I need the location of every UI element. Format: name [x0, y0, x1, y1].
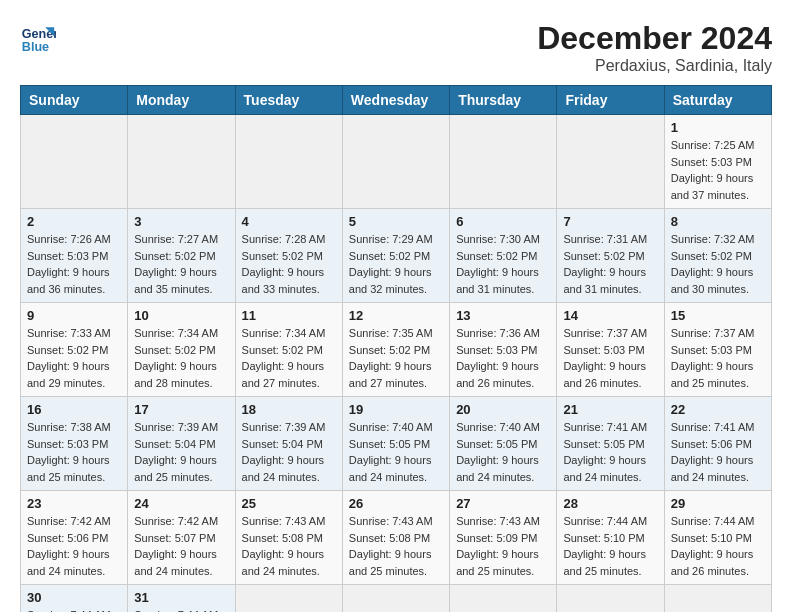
calendar-cell: 11Sunrise: 7:34 AMSunset: 5:02 PMDayligh… — [235, 303, 342, 397]
week-row-3: 9Sunrise: 7:33 AMSunset: 5:02 PMDaylight… — [21, 303, 772, 397]
day-number: 1 — [671, 120, 765, 135]
day-info: Sunrise: 7:41 AMSunset: 5:06 PMDaylight:… — [671, 419, 765, 485]
calendar-cell: 5Sunrise: 7:29 AMSunset: 5:02 PMDaylight… — [342, 209, 449, 303]
week-row-4: 16Sunrise: 7:38 AMSunset: 5:03 PMDayligh… — [21, 397, 772, 491]
calendar-cell — [450, 115, 557, 209]
day-info: Sunrise: 7:32 AMSunset: 5:02 PMDaylight:… — [671, 231, 765, 297]
calendar-cell: 27Sunrise: 7:43 AMSunset: 5:09 PMDayligh… — [450, 491, 557, 585]
day-number: 8 — [671, 214, 765, 229]
day-number: 3 — [134, 214, 228, 229]
col-header-thursday: Thursday — [450, 86, 557, 115]
day-info: Sunrise: 7:26 AMSunset: 5:03 PMDaylight:… — [27, 231, 121, 297]
calendar-cell: 19Sunrise: 7:40 AMSunset: 5:05 PMDayligh… — [342, 397, 449, 491]
day-info: Sunrise: 7:37 AMSunset: 5:03 PMDaylight:… — [563, 325, 657, 391]
day-info: Sunrise: 7:42 AMSunset: 5:07 PMDaylight:… — [134, 513, 228, 579]
title-area: December 2024 Perdaxius, Sardinia, Italy — [537, 20, 772, 75]
calendar-cell: 20Sunrise: 7:40 AMSunset: 5:05 PMDayligh… — [450, 397, 557, 491]
day-number: 18 — [242, 402, 336, 417]
calendar-cell — [342, 115, 449, 209]
day-info: Sunrise: 7:39 AMSunset: 5:04 PMDaylight:… — [134, 419, 228, 485]
col-header-tuesday: Tuesday — [235, 86, 342, 115]
day-number: 16 — [27, 402, 121, 417]
col-header-friday: Friday — [557, 86, 664, 115]
day-info: Sunrise: 7:33 AMSunset: 5:02 PMDaylight:… — [27, 325, 121, 391]
day-info: Sunrise: 7:44 AMSunset: 5:10 PMDaylight:… — [671, 513, 765, 579]
day-number: 9 — [27, 308, 121, 323]
day-number: 5 — [349, 214, 443, 229]
calendar-cell: 6Sunrise: 7:30 AMSunset: 5:02 PMDaylight… — [450, 209, 557, 303]
day-number: 14 — [563, 308, 657, 323]
day-number: 26 — [349, 496, 443, 511]
day-number: 6 — [456, 214, 550, 229]
calendar-cell — [128, 115, 235, 209]
col-header-sunday: Sunday — [21, 86, 128, 115]
calendar-table: SundayMondayTuesdayWednesdayThursdayFrid… — [20, 85, 772, 612]
day-number: 19 — [349, 402, 443, 417]
day-number: 23 — [27, 496, 121, 511]
calendar-cell: 26Sunrise: 7:43 AMSunset: 5:08 PMDayligh… — [342, 491, 449, 585]
calendar-cell: 29Sunrise: 7:44 AMSunset: 5:10 PMDayligh… — [664, 491, 771, 585]
calendar-cell: 30Sunrise: 7:44 AMSunset: 5:11 PMDayligh… — [21, 585, 128, 613]
calendar-cell — [557, 585, 664, 613]
day-number: 15 — [671, 308, 765, 323]
calendar-cell: 2Sunrise: 7:26 AMSunset: 5:03 PMDaylight… — [21, 209, 128, 303]
header: General Blue December 2024 Perdaxius, Sa… — [20, 20, 772, 75]
day-info: Sunrise: 7:41 AMSunset: 5:05 PMDaylight:… — [563, 419, 657, 485]
logo: General Blue — [20, 20, 56, 56]
day-info: Sunrise: 7:40 AMSunset: 5:05 PMDaylight:… — [349, 419, 443, 485]
calendar-cell: 13Sunrise: 7:36 AMSunset: 5:03 PMDayligh… — [450, 303, 557, 397]
day-number: 30 — [27, 590, 121, 605]
calendar-cell: 18Sunrise: 7:39 AMSunset: 5:04 PMDayligh… — [235, 397, 342, 491]
calendar-cell: 7Sunrise: 7:31 AMSunset: 5:02 PMDaylight… — [557, 209, 664, 303]
calendar-cell: 22Sunrise: 7:41 AMSunset: 5:06 PMDayligh… — [664, 397, 771, 491]
calendar-cell: 15Sunrise: 7:37 AMSunset: 5:03 PMDayligh… — [664, 303, 771, 397]
calendar-cell — [21, 115, 128, 209]
day-info: Sunrise: 7:37 AMSunset: 5:03 PMDaylight:… — [671, 325, 765, 391]
col-header-monday: Monday — [128, 86, 235, 115]
day-info: Sunrise: 7:38 AMSunset: 5:03 PMDaylight:… — [27, 419, 121, 485]
calendar-cell: 24Sunrise: 7:42 AMSunset: 5:07 PMDayligh… — [128, 491, 235, 585]
calendar-cell: 8Sunrise: 7:32 AMSunset: 5:02 PMDaylight… — [664, 209, 771, 303]
week-row-6: 30Sunrise: 7:44 AMSunset: 5:11 PMDayligh… — [21, 585, 772, 613]
day-info: Sunrise: 7:40 AMSunset: 5:05 PMDaylight:… — [456, 419, 550, 485]
day-number: 24 — [134, 496, 228, 511]
logo-icon: General Blue — [20, 20, 56, 56]
day-number: 12 — [349, 308, 443, 323]
calendar-cell: 3Sunrise: 7:27 AMSunset: 5:02 PMDaylight… — [128, 209, 235, 303]
calendar-cell — [235, 115, 342, 209]
day-number: 27 — [456, 496, 550, 511]
calendar-cell: 16Sunrise: 7:38 AMSunset: 5:03 PMDayligh… — [21, 397, 128, 491]
day-number: 10 — [134, 308, 228, 323]
calendar-cell: 31Sunrise: 7:44 AMSunset: 5:12 PMDayligh… — [128, 585, 235, 613]
calendar-cell: 17Sunrise: 7:39 AMSunset: 5:04 PMDayligh… — [128, 397, 235, 491]
calendar-cell: 21Sunrise: 7:41 AMSunset: 5:05 PMDayligh… — [557, 397, 664, 491]
col-header-wednesday: Wednesday — [342, 86, 449, 115]
day-number: 4 — [242, 214, 336, 229]
calendar-cell: 28Sunrise: 7:44 AMSunset: 5:10 PMDayligh… — [557, 491, 664, 585]
day-info: Sunrise: 7:34 AMSunset: 5:02 PMDaylight:… — [242, 325, 336, 391]
calendar-cell: 12Sunrise: 7:35 AMSunset: 5:02 PMDayligh… — [342, 303, 449, 397]
day-info: Sunrise: 7:27 AMSunset: 5:02 PMDaylight:… — [134, 231, 228, 297]
day-info: Sunrise: 7:44 AMSunset: 5:12 PMDaylight:… — [134, 607, 228, 612]
day-info: Sunrise: 7:35 AMSunset: 5:02 PMDaylight:… — [349, 325, 443, 391]
day-number: 31 — [134, 590, 228, 605]
day-number: 2 — [27, 214, 121, 229]
week-row-5: 23Sunrise: 7:42 AMSunset: 5:06 PMDayligh… — [21, 491, 772, 585]
day-info: Sunrise: 7:25 AMSunset: 5:03 PMDaylight:… — [671, 137, 765, 203]
day-info: Sunrise: 7:43 AMSunset: 5:08 PMDaylight:… — [349, 513, 443, 579]
day-number: 21 — [563, 402, 657, 417]
day-number: 7 — [563, 214, 657, 229]
calendar-cell: 25Sunrise: 7:43 AMSunset: 5:08 PMDayligh… — [235, 491, 342, 585]
calendar-cell: 14Sunrise: 7:37 AMSunset: 5:03 PMDayligh… — [557, 303, 664, 397]
day-info: Sunrise: 7:28 AMSunset: 5:02 PMDaylight:… — [242, 231, 336, 297]
calendar-cell — [342, 585, 449, 613]
month-title: December 2024 — [537, 20, 772, 57]
day-number: 11 — [242, 308, 336, 323]
day-number: 13 — [456, 308, 550, 323]
calendar-cell — [450, 585, 557, 613]
day-number: 20 — [456, 402, 550, 417]
day-number: 17 — [134, 402, 228, 417]
calendar-cell — [235, 585, 342, 613]
calendar-cell: 9Sunrise: 7:33 AMSunset: 5:02 PMDaylight… — [21, 303, 128, 397]
day-info: Sunrise: 7:39 AMSunset: 5:04 PMDaylight:… — [242, 419, 336, 485]
